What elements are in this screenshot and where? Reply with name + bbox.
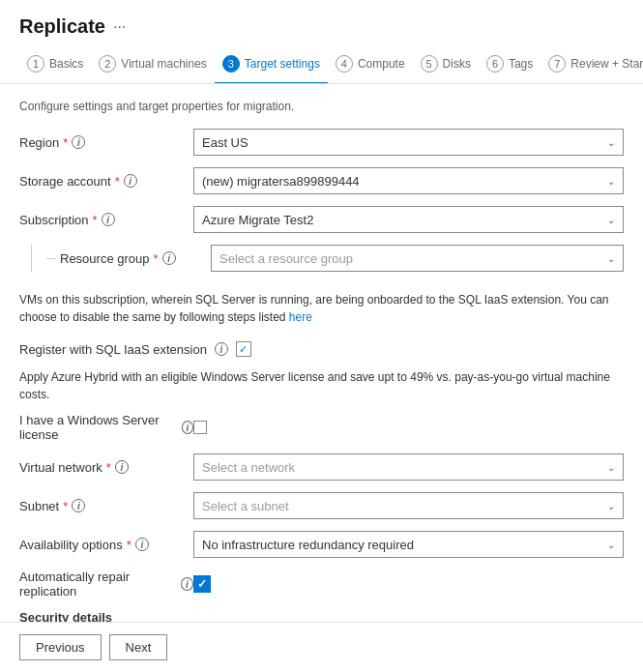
- sql-iaas-label: Register with SQL IaaS extension: [19, 342, 207, 357]
- auto-repair-checkbox[interactable]: [193, 575, 211, 593]
- resource-group-control: Select a resource group ⌄: [211, 245, 624, 272]
- storage-account-label: Storage account * i: [19, 174, 193, 189]
- required-indicator: *: [127, 538, 132, 552]
- subnet-chevron-icon: ⌄: [607, 501, 615, 511]
- step-number-review: 7: [548, 55, 566, 73]
- subscription-chevron-icon: ⌄: [607, 215, 615, 225]
- next-button[interactable]: Next: [109, 634, 168, 660]
- step-label-basics: Basics: [49, 57, 83, 71]
- virtual-network-control: Select a network ⌄: [193, 453, 624, 481]
- ellipsis-menu-icon[interactable]: ···: [113, 18, 126, 36]
- availability-options-label: Availability options * i: [19, 538, 193, 552]
- page-title: Replicate: [19, 15, 105, 38]
- region-row: Region * i East US ⌄: [19, 129, 624, 156]
- required-indicator: *: [115, 174, 120, 189]
- step-number-compute: 4: [336, 55, 353, 73]
- required-indicator: *: [63, 499, 68, 513]
- subnet-label: Subnet * i: [19, 499, 193, 513]
- virtual-network-row: Virtual network * i Select a network ⌄: [19, 453, 624, 481]
- sql-iaas-info-icon[interactable]: i: [215, 342, 228, 356]
- subnet-row: Subnet * i Select a subnet ⌄: [19, 492, 624, 519]
- auto-repair-label: Automatically repair replication i: [19, 570, 193, 599]
- azure-hybrid-info: Apply Azure Hybrid with an eligible Wind…: [19, 368, 624, 403]
- required-indicator: *: [63, 135, 68, 150]
- sql-info-link[interactable]: here: [289, 310, 312, 324]
- sql-iaas-row: Register with SQL IaaS extension i ✓: [19, 341, 624, 357]
- step-number-basics: 1: [27, 55, 44, 73]
- subscription-select[interactable]: Azure Migrate Test2 ⌄: [193, 206, 624, 233]
- availability-options-chevron-icon: ⌄: [607, 540, 615, 550]
- region-control: East US ⌄: [193, 129, 624, 156]
- windows-license-control: [193, 421, 624, 434]
- availability-options-control: No infrastructure redundancy required ⌄: [193, 531, 624, 558]
- wizard-step-review[interactable]: 7Review + Start replication: [541, 45, 643, 84]
- auto-repair-info-icon[interactable]: i: [181, 577, 193, 591]
- wizard-step-tags[interactable]: 6Tags: [479, 45, 541, 84]
- step-label-compute: Compute: [358, 57, 405, 71]
- resource-group-info-icon[interactable]: i: [162, 251, 176, 265]
- storage-account-control: (new) migratersa899899444 ⌄: [193, 167, 624, 194]
- subscription-control: Azure Migrate Test2 ⌄: [193, 206, 624, 233]
- subscription-row: Subscription * i Azure Migrate Test2 ⌄: [19, 206, 624, 233]
- sql-iaas-checkbox[interactable]: ✓: [236, 341, 251, 357]
- required-indicator: *: [106, 460, 111, 475]
- subnet-select[interactable]: Select a subnet ⌄: [193, 492, 624, 519]
- required-indicator: *: [154, 251, 159, 266]
- storage-account-row: Storage account * i (new) migratersa8998…: [19, 167, 624, 194]
- wizard-step-disks[interactable]: 5Disks: [413, 45, 479, 84]
- wizard-step-target-settings[interactable]: 3Target settings: [215, 45, 328, 84]
- subnet-control: Select a subnet ⌄: [193, 492, 624, 519]
- storage-account-chevron-icon: ⌄: [607, 176, 615, 187]
- resource-group-chevron-icon: ⌄: [607, 253, 615, 264]
- sql-info-box: VMs on this subscription, wherein SQL Se…: [19, 283, 624, 334]
- main-content: Configure settings and target properties…: [0, 84, 643, 672]
- step-label-virtual-machines: Virtual machines: [121, 57, 207, 71]
- storage-account-select[interactable]: (new) migratersa899899444 ⌄: [193, 167, 624, 194]
- required-indicator: *: [93, 213, 98, 227]
- region-label: Region * i: [19, 135, 193, 150]
- footer-bar: Previous Next: [0, 622, 643, 672]
- virtual-network-label: Virtual network * i: [19, 460, 193, 475]
- region-select[interactable]: East US ⌄: [193, 129, 624, 156]
- previous-button[interactable]: Previous: [19, 634, 102, 660]
- page-header: Replicate ···: [0, 0, 643, 45]
- virtual-network-select[interactable]: Select a network ⌄: [193, 453, 624, 481]
- subscription-label: Subscription * i: [19, 213, 193, 227]
- virtual-network-info-icon[interactable]: i: [115, 460, 129, 474]
- subnet-info-icon[interactable]: i: [72, 499, 85, 512]
- step-label-target-settings: Target settings: [245, 57, 320, 71]
- region-info-icon[interactable]: i: [72, 135, 85, 149]
- availability-options-row: Availability options * i No infrastructu…: [19, 531, 624, 558]
- windows-license-checkbox[interactable]: [193, 421, 207, 434]
- resource-group-row: Resource group * i Select a resource gro…: [19, 245, 624, 272]
- step-label-disks: Disks: [443, 57, 471, 71]
- step-number-virtual-machines: 2: [99, 55, 116, 73]
- wizard-step-compute[interactable]: 4Compute: [328, 45, 413, 84]
- auto-repair-control: [193, 575, 624, 593]
- region-chevron-icon: ⌄: [607, 137, 615, 148]
- windows-license-row: I have a Windows Server license i: [19, 413, 624, 442]
- windows-license-info-icon[interactable]: i: [182, 421, 193, 434]
- availability-options-select[interactable]: No infrastructure redundancy required ⌄: [193, 531, 624, 558]
- windows-license-label: I have a Windows Server license i: [19, 413, 193, 442]
- step-label-review: Review + Start replication: [570, 57, 643, 71]
- wizard-step-basics[interactable]: 1Basics: [19, 45, 91, 84]
- availability-options-info-icon[interactable]: i: [135, 538, 149, 551]
- resource-group-label: Resource group * i: [60, 251, 211, 266]
- wizard-step-virtual-machines[interactable]: 2Virtual machines: [91, 45, 215, 84]
- step-label-tags: Tags: [509, 57, 533, 71]
- section-description: Configure settings and target properties…: [19, 100, 624, 113]
- step-number-tags: 6: [486, 55, 504, 73]
- step-number-disks: 5: [421, 55, 438, 73]
- resource-group-select[interactable]: Select a resource group ⌄: [211, 245, 624, 272]
- subscription-info-icon[interactable]: i: [102, 213, 115, 226]
- virtual-network-chevron-icon: ⌄: [607, 462, 615, 473]
- step-number-target-settings: 3: [222, 55, 240, 73]
- auto-repair-row: Automatically repair replication i: [19, 570, 624, 599]
- wizard-steps: 1Basics2Virtual machines3Target settings…: [0, 45, 643, 84]
- storage-account-info-icon[interactable]: i: [124, 174, 137, 188]
